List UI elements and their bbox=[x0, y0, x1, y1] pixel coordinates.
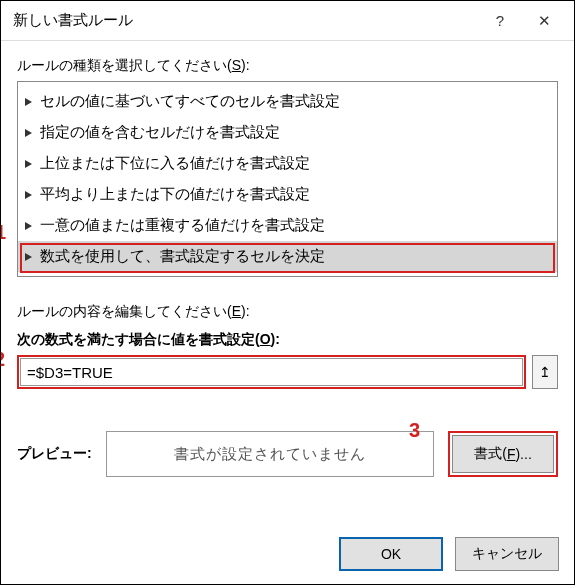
rule-type-item[interactable]: 上位または下位に入る値だけを書式設定 bbox=[18, 148, 557, 179]
annotation-number-2: 2 bbox=[0, 348, 5, 371]
window-title: 新しい書式ルール bbox=[13, 11, 478, 30]
ok-button[interactable]: OK bbox=[339, 537, 443, 571]
annotation-number-1: 1 bbox=[0, 221, 6, 244]
preview-label: プレビュー: bbox=[17, 445, 92, 463]
rule-type-label: ルールの種類を選択してください(S): bbox=[17, 57, 558, 75]
annotation-highlight-2 bbox=[17, 355, 526, 389]
collapse-dialog-button[interactable]: ↥ bbox=[532, 355, 558, 389]
rule-type-item[interactable]: 一意の値または重複する値だけを書式設定 bbox=[18, 210, 557, 241]
formula-row: ↥ bbox=[17, 355, 558, 389]
rule-type-item-selected[interactable]: 数式を使用して、書式設定するセルを決定 bbox=[18, 241, 557, 272]
rule-type-item[interactable]: 指定の値を含むセルだけを書式設定 bbox=[18, 117, 557, 148]
preview-row: プレビュー: 書式が設定されていません 書式(F)... bbox=[17, 431, 558, 477]
titlebar: 新しい書式ルール ? ✕ bbox=[1, 1, 574, 41]
edit-rule-label: ルールの内容を編集してください(E): bbox=[17, 303, 558, 321]
format-button[interactable]: 書式(F)... bbox=[452, 435, 554, 473]
dialog-content: ルールの種類を選択してください(S): セルの値に基づいてすべてのセルを書式設定… bbox=[1, 41, 574, 477]
formula-label: 次の数式を満たす場合に値を書式設定(O): bbox=[17, 331, 558, 349]
formula-input[interactable] bbox=[20, 358, 523, 386]
dialog-button-row: OK キャンセル bbox=[339, 537, 559, 571]
close-icon[interactable]: ✕ bbox=[522, 5, 566, 37]
collapse-icon: ↥ bbox=[539, 364, 551, 380]
cancel-button[interactable]: キャンセル bbox=[455, 537, 559, 571]
rule-type-item[interactable]: 平均より上または下の値だけを書式設定 bbox=[18, 179, 557, 210]
help-icon[interactable]: ? bbox=[478, 5, 522, 37]
annotation-highlight-3: 書式(F)... bbox=[448, 431, 558, 477]
preview-box: 書式が設定されていません bbox=[106, 431, 434, 477]
rule-type-list[interactable]: セルの値に基づいてすべてのセルを書式設定 指定の値を含むセルだけを書式設定 上位… bbox=[17, 81, 558, 277]
rule-type-item[interactable]: セルの値に基づいてすべてのセルを書式設定 bbox=[18, 86, 557, 117]
